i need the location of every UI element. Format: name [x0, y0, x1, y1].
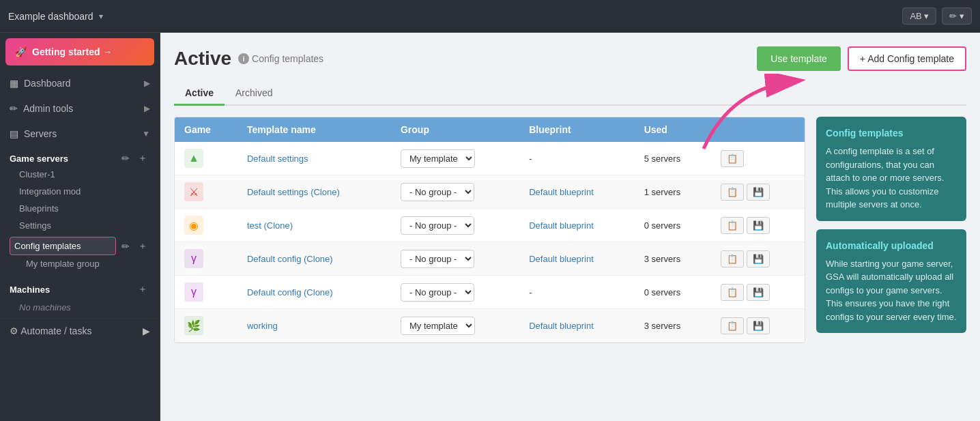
- blueprint-link[interactable]: Default blueprint: [529, 187, 594, 197]
- integration-mod-label: Integration mod: [19, 186, 81, 197]
- add-config-template-btn[interactable]: ＋: [135, 239, 150, 254]
- page-subtitle: i Config templates: [238, 53, 323, 64]
- cell-game-icon: ⚔: [175, 175, 237, 209]
- template-name-link[interactable]: Default config (Clone): [247, 287, 333, 297]
- tab-active[interactable]: Active: [174, 82, 225, 106]
- content-header: Active i Config templates Use template +…: [174, 46, 966, 71]
- group-select[interactable]: - No group -: [401, 216, 474, 235]
- blueprint-link[interactable]: Default blueprint: [529, 321, 594, 331]
- topbar-right: AB ▾ ✏ ▾: [902, 8, 972, 25]
- cell-group: My template: [391, 309, 519, 343]
- cell-template-name[interactable]: working: [237, 309, 391, 343]
- no-machines-label: No machines: [0, 300, 160, 318]
- chevron-right-icon: ▶: [144, 104, 150, 113]
- add-game-server-btn[interactable]: ＋: [135, 151, 150, 166]
- config-templates-label: Config templates: [14, 241, 81, 251]
- sidebar-item-dashboard[interactable]: ▦ Dashboard ▶: [0, 71, 160, 96]
- getting-started-btn[interactable]: 🚀 Getting started →: [5, 38, 154, 66]
- sidebar-my-template-group[interactable]: My template group: [10, 255, 150, 272]
- archive-btn[interactable]: 💾: [747, 250, 770, 267]
- group-select[interactable]: - No group -: [401, 283, 474, 302]
- col-blueprint: Blueprint: [519, 117, 635, 142]
- cell-template-name[interactable]: Default settings: [237, 142, 391, 175]
- cell-blueprint: -: [519, 276, 635, 309]
- sidebar-item-servers[interactable]: ▤ Servers ▼: [0, 121, 160, 147]
- machines-header: Machines ＋: [0, 276, 160, 300]
- chevron-down-icon: ▼: [142, 129, 150, 139]
- group-select[interactable]: My template: [401, 149, 475, 168]
- sidebar-config-templates[interactable]: Config templates: [10, 237, 116, 255]
- cell-game-icon: ◉: [175, 209, 237, 242]
- archive-btn[interactable]: 💾: [747, 217, 770, 234]
- copy-btn[interactable]: 📋: [721, 317, 744, 334]
- group-select[interactable]: - No group -: [401, 183, 474, 201]
- cell-template-name[interactable]: Default config (Clone): [237, 276, 391, 309]
- sidebar-integration-mod[interactable]: Integration mod: [10, 183, 150, 200]
- cell-game-icon: ▲: [175, 142, 237, 175]
- cell-template-name[interactable]: Default config (Clone): [237, 242, 391, 276]
- topbar-caret-icon: ▾: [99, 12, 103, 21]
- sidebar: 🚀 Getting started → ▦ Dashboard ▶ ✏ Admi…: [0, 33, 160, 421]
- add-config-template-button[interactable]: + Add Config template: [848, 46, 966, 71]
- blueprint-link[interactable]: Default blueprint: [529, 254, 594, 264]
- cell-game-icon: γ: [175, 276, 237, 309]
- template-name-link[interactable]: Default settings (Clone): [247, 187, 340, 197]
- cell-used: 0 servers: [635, 209, 711, 242]
- template-name-link[interactable]: working: [247, 321, 278, 331]
- topbar-btn2[interactable]: ✏ ▾: [942, 8, 972, 25]
- info-panel-auto-uploaded: Automatically uploaded While starting yo…: [816, 229, 966, 334]
- cell-group: - No group -: [391, 209, 519, 242]
- cell-template-name[interactable]: Default settings (Clone): [237, 175, 391, 209]
- chevron-right-icon-automate: ▶: [143, 325, 150, 336]
- archive-btn[interactable]: 💾: [747, 317, 770, 334]
- content-area: Active i Config templates Use template +…: [160, 33, 980, 421]
- tab-archived[interactable]: Archived: [225, 82, 283, 106]
- admin-tools-icon: ✏: [10, 103, 18, 114]
- copy-btn[interactable]: 📋: [721, 250, 744, 267]
- sidebar-item-admin-tools[interactable]: ✏ Admin tools ▶: [0, 96, 160, 121]
- blueprint-link[interactable]: Default blueprint: [529, 220, 594, 231]
- sidebar-settings[interactable]: Settings: [10, 217, 150, 234]
- cluster-label: Cluster-1: [19, 169, 55, 179]
- group-select[interactable]: - No group -: [401, 250, 474, 268]
- copy-btn[interactable]: 📋: [721, 150, 744, 167]
- my-template-group-label: My template group: [26, 259, 100, 269]
- sidebar-servers-section: Game servers ✏ ＋ Cluster-1 Integration m…: [0, 147, 160, 276]
- game-servers-label: Game servers: [10, 154, 68, 164]
- table-section: Game Template name Group Blueprint Used …: [174, 117, 805, 343]
- page-title-row: Active i Config templates: [174, 48, 323, 70]
- archive-btn[interactable]: 💾: [747, 284, 770, 301]
- archive-btn[interactable]: 💾: [747, 184, 770, 201]
- edit-game-servers-btn[interactable]: ✏: [119, 151, 132, 166]
- cell-group: My template: [391, 142, 519, 175]
- copy-btn[interactable]: 📋: [721, 217, 744, 234]
- cell-game-icon: 🌿: [175, 309, 237, 343]
- use-template-button[interactable]: Use template: [757, 46, 840, 71]
- col-actions: [711, 117, 805, 142]
- page-subtitle-text: Config templates: [252, 53, 323, 64]
- group-select[interactable]: My template: [401, 317, 475, 335]
- cell-actions: 📋💾: [711, 209, 805, 242]
- topbar-btn1[interactable]: AB ▾: [902, 8, 936, 25]
- copy-btn[interactable]: 📋: [721, 284, 744, 301]
- template-name-link[interactable]: Default settings: [247, 154, 308, 164]
- col-used: Used: [635, 117, 711, 142]
- cell-used: 5 servers: [635, 142, 711, 175]
- col-template-name: Template name: [237, 117, 391, 142]
- sidebar-item-automate[interactable]: ⚙ Automate / tasks ▶: [0, 318, 160, 343]
- cell-actions: 📋: [711, 142, 805, 175]
- template-name-link[interactable]: test (Clone): [247, 220, 293, 231]
- edit-config-templates-btn[interactable]: ✏: [119, 239, 132, 254]
- add-machine-btn[interactable]: ＋: [135, 282, 150, 297]
- cell-template-name[interactable]: test (Clone): [237, 209, 391, 242]
- servers-icon: ▤: [10, 128, 18, 139]
- cell-group: - No group -: [391, 242, 519, 276]
- template-name-link[interactable]: Default config (Clone): [247, 254, 333, 264]
- info-panel-1-title: Config templates: [826, 126, 957, 141]
- sidebar-blueprints[interactable]: Blueprints: [10, 200, 150, 217]
- header-buttons: Use template + Add Config template: [757, 46, 966, 71]
- copy-btn[interactable]: 📋: [721, 184, 744, 201]
- col-game: Game: [175, 117, 237, 142]
- table-row: ⚔Default settings (Clone)- No group -Def…: [175, 175, 805, 209]
- sidebar-cluster-1[interactable]: Cluster-1: [10, 166, 150, 183]
